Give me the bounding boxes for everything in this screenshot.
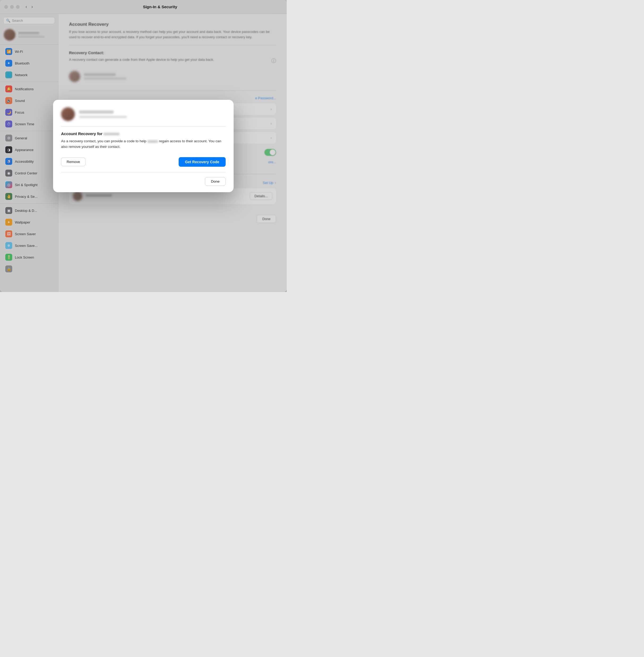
get-recovery-code-button[interactable]: Get Recovery Code	[179, 157, 226, 167]
remove-button[interactable]: Remove	[61, 157, 86, 166]
modal-overlay: Account Recovery for As a recovery conta…	[0, 0, 287, 292]
modal-title-prefix: Account Recovery for	[61, 131, 102, 136]
modal-desc-line1: As a recovery contact, you can provide a…	[61, 139, 146, 143]
modal-contact-row	[61, 107, 226, 121]
modal-dialog: Account Recovery for As a recovery conta…	[53, 100, 234, 192]
modal-actions: Remove Get Recovery Code	[61, 157, 226, 167]
modal-divider-2	[61, 172, 226, 172]
modal-footer: Done	[61, 177, 226, 186]
modal-section-title: Account Recovery for	[61, 131, 226, 136]
modal-contact-avatar	[61, 107, 75, 121]
modal-name-inline	[104, 133, 119, 135]
modal-done-button[interactable]: Done	[205, 177, 226, 186]
modal-divider	[61, 126, 226, 127]
modal-email-bar	[79, 116, 127, 118]
modal-desc-name	[147, 140, 158, 143]
main-window: ‹ › Sign-In & Security 🔍 Search	[0, 0, 287, 292]
modal-contact-details	[79, 110, 127, 118]
modal-name-bar	[79, 110, 114, 114]
modal-desc: As a recovery contact, you can provide a…	[61, 139, 226, 150]
